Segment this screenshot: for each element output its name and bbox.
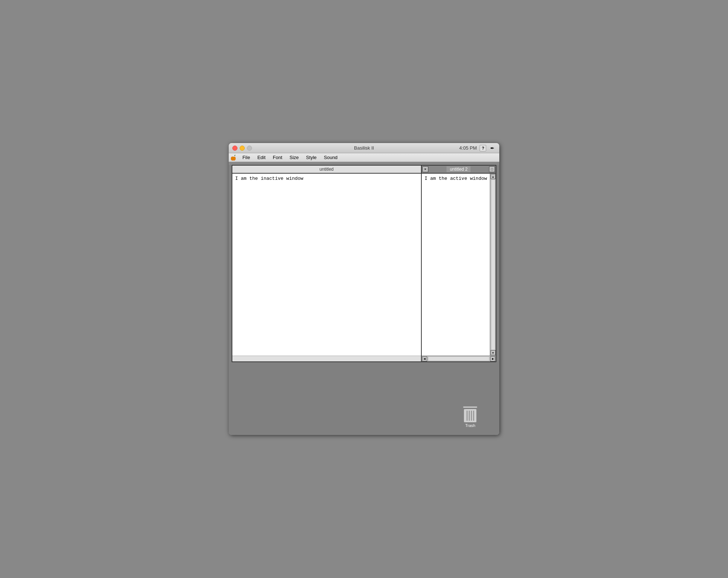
apple-menu[interactable] bbox=[230, 154, 237, 161]
active-text-content: I am the active window bbox=[425, 176, 487, 181]
active-controls-right: □ bbox=[489, 166, 495, 172]
active-text[interactable]: I am the active window bbox=[422, 174, 490, 356]
trash-lid bbox=[463, 406, 477, 408]
active-window-title: untitled 2 bbox=[447, 166, 471, 172]
trash-lines bbox=[464, 409, 476, 422]
window-row: untitled I am the inactive window ✕ bbox=[232, 166, 496, 361]
horizontal-scrollbar[interactable]: ◀ ▶ bbox=[422, 356, 496, 361]
minimize-button[interactable] bbox=[240, 146, 245, 151]
h-scroll-track[interactable] bbox=[428, 356, 490, 361]
menu-bar: File Edit Font Size Style Sound bbox=[229, 153, 500, 162]
active-zoom-btn[interactable]: □ bbox=[489, 166, 495, 172]
window-controls bbox=[232, 146, 252, 151]
close-button[interactable] bbox=[232, 146, 237, 151]
desktop-bottom: Trash bbox=[229, 362, 500, 435]
inactive-bottom-bar bbox=[232, 356, 421, 361]
active-titlebar: ✕ untitled 2 □ bbox=[422, 166, 496, 174]
active-close-btn[interactable]: ✕ bbox=[422, 166, 428, 172]
menu-style[interactable]: Style bbox=[302, 154, 320, 161]
scroll-down-arrow[interactable]: ▼ bbox=[491, 350, 496, 355]
menu-size[interactable]: Size bbox=[286, 154, 302, 161]
active-content-area: I am the active window ▲ ▼ bbox=[422, 174, 496, 356]
active-controls-left: ✕ bbox=[422, 166, 428, 172]
trash-line-4 bbox=[473, 411, 474, 421]
inactive-window-title: untitled bbox=[319, 167, 334, 172]
inactive-text-content: I am the inactive window bbox=[235, 176, 303, 181]
help-icon[interactable]: ? bbox=[480, 145, 486, 151]
trash-label: Trash bbox=[465, 423, 475, 428]
menu-font[interactable]: Font bbox=[269, 154, 286, 161]
menu-edit[interactable]: Edit bbox=[254, 154, 269, 161]
inactive-content-area: I am the inactive window bbox=[232, 174, 421, 356]
windows-container: untitled I am the inactive window ✕ bbox=[232, 165, 497, 362]
inactive-text[interactable]: I am the inactive window bbox=[232, 174, 421, 356]
trash-line-1 bbox=[467, 411, 468, 421]
title-bar-right: 4:05 PM ? ✒ bbox=[459, 145, 496, 151]
maximize-button[interactable] bbox=[247, 146, 252, 151]
window-title: Basilisk II bbox=[354, 145, 374, 151]
scroll-right-arrow[interactable]: ▶ bbox=[490, 356, 495, 361]
trash-icon[interactable]: Trash bbox=[463, 406, 477, 428]
scroll-track[interactable] bbox=[491, 179, 495, 350]
active-window[interactable]: ✕ untitled 2 □ I am the active window ▲ bbox=[422, 166, 496, 361]
scroll-up-arrow[interactable]: ▲ bbox=[491, 174, 496, 179]
menu-sound[interactable]: Sound bbox=[320, 154, 341, 161]
desktop: untitled I am the inactive window ✕ bbox=[229, 165, 500, 435]
menu-file[interactable]: File bbox=[239, 154, 254, 161]
inactive-titlebar: untitled bbox=[232, 166, 421, 174]
pen-icon[interactable]: ✒ bbox=[489, 145, 496, 151]
title-bar: Basilisk II 4:05 PM ? ✒ bbox=[229, 143, 500, 153]
app-window: Basilisk II 4:05 PM ? ✒ File Edit Font S… bbox=[229, 143, 500, 435]
clock: 4:05 PM bbox=[459, 145, 477, 151]
scroll-left-arrow[interactable]: ◀ bbox=[422, 356, 427, 361]
vertical-scrollbar[interactable]: ▲ ▼ bbox=[490, 174, 496, 356]
trash-line-3 bbox=[471, 411, 472, 421]
trash-body bbox=[464, 409, 477, 423]
trash-line-2 bbox=[469, 411, 470, 421]
inactive-window[interactable]: untitled I am the inactive window bbox=[232, 166, 422, 361]
